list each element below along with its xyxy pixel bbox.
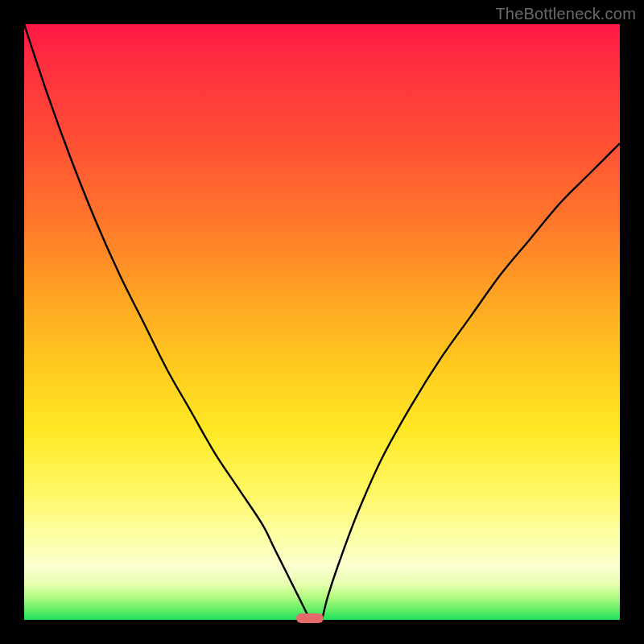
- curves-svg: [24, 24, 620, 620]
- chart-container: TheBottleneck.com: [0, 0, 644, 644]
- left-curve: [24, 24, 310, 620]
- right-curve: [322, 143, 620, 620]
- bottleneck-marker: [296, 613, 324, 623]
- plot-area: [24, 24, 620, 620]
- watermark-text: TheBottleneck.com: [495, 5, 636, 23]
